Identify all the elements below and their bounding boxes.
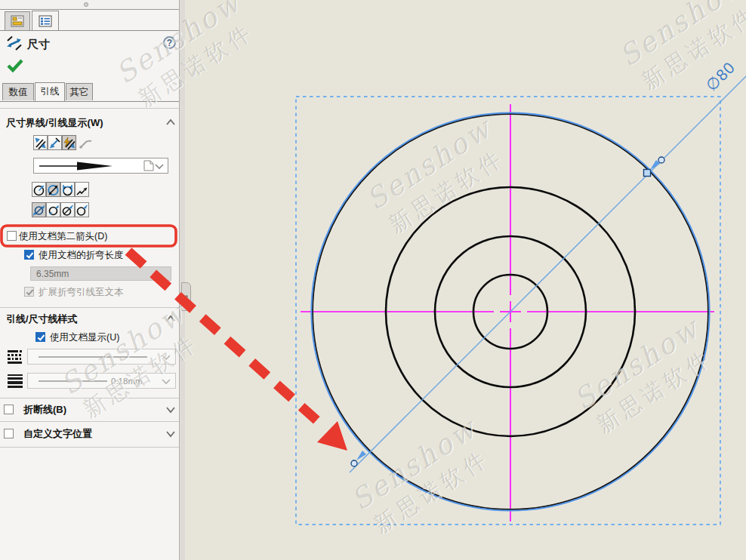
linear-diameter-icon (61, 183, 74, 196)
tab-value[interactable]: 数值 (2, 83, 34, 100)
help-icon[interactable]: ? (163, 36, 176, 49)
line-thickness-icon (7, 374, 25, 388)
line-style-preview (28, 349, 175, 364)
tab-property-manager[interactable] (5, 11, 30, 30)
ok-button[interactable] (6, 57, 26, 74)
arrow-open-icon (76, 204, 88, 217)
diameter-arrows-both-button[interactable] (32, 202, 46, 217)
section-divider (0, 398, 179, 398)
arrow-drag-handle-upper[interactable] (658, 157, 664, 163)
tab-leaders[interactable]: 引线 (35, 82, 65, 101)
diameter-icon (47, 183, 60, 196)
property-manager-panel: 尺寸 ? 数值 引线 其它 尺寸界线/引线显示(W) (0, 0, 179, 560)
panel-top-splitter[interactable] (0, 0, 179, 10)
chevron-down-icon[interactable] (165, 406, 176, 414)
arrows-both-icon (32, 204, 45, 217)
drawing-svg: ∅80 (185, 0, 746, 560)
panel-splitter[interactable] (179, 0, 185, 560)
diameter-arrow-inside-button[interactable] (46, 202, 60, 217)
witness-section-title: 尺寸界线/引线显示(W) (6, 116, 103, 130)
custom-text-position-checkbox[interactable] (4, 429, 14, 438)
bend-length-field[interactable]: 6.35mm (30, 266, 171, 281)
chevron-down-icon (162, 379, 171, 385)
witness-leader-icon (48, 137, 61, 149)
dimension-leader-line[interactable] (350, 76, 746, 472)
diameter-dimension-button[interactable] (46, 182, 60, 197)
second-arrow-label: 使用文档第二箭头(D) (19, 230, 107, 243)
use-doc-display-label: 使用文档显示(U) (50, 331, 119, 344)
use-doc-display-checkbox[interactable] (35, 332, 45, 342)
chevron-up-icon[interactable] (165, 315, 176, 322)
foreshortened-button[interactable] (75, 182, 89, 197)
page-title: 尺寸 (27, 38, 50, 52)
configurations-tab-icon (39, 15, 52, 27)
arrow-inside-icon (47, 204, 60, 217)
chevron-down-icon (155, 164, 164, 170)
arrow-style-preview (34, 158, 168, 173)
flyout-grip-dot (185, 295, 188, 298)
extend-bent-checkbox (24, 287, 34, 297)
break-line-title: 折断线(B) (23, 403, 66, 417)
radius-icon (32, 183, 45, 196)
custom-text-position-title: 自定义文字位置 (23, 427, 92, 441)
line-thickness-preview (28, 374, 175, 388)
diameter-arrow-open-button[interactable] (75, 202, 89, 217)
arrow-outside-icon (61, 204, 74, 217)
panel-title-row: 尺寸 ? (0, 35, 179, 54)
dimension-arrowhead-lower (356, 451, 366, 460)
witness-outside-icon (34, 137, 47, 149)
foreshortened-icon (76, 183, 88, 196)
bent-leader-icon (79, 137, 95, 150)
arrow-drag-handle-lower[interactable] (351, 460, 357, 466)
break-line-checkbox[interactable] (4, 405, 14, 414)
witness-outside-button[interactable] (33, 135, 48, 150)
witness-leader-button[interactable] (48, 135, 62, 150)
panel-tab-bar (0, 10, 179, 31)
diameter-arrow-outside-button[interactable] (60, 202, 75, 217)
section-divider (0, 447, 179, 448)
section-divider (0, 421, 179, 422)
witness-smart-button[interactable] (62, 135, 76, 150)
radius-dimension-button[interactable] (32, 182, 46, 197)
attach-point-handle[interactable] (644, 170, 651, 177)
leader-style-section-title: 引线/尺寸线样式 (6, 312, 78, 326)
panel-flyout-handle[interactable] (181, 282, 191, 311)
dimension-icon (5, 35, 23, 52)
arrow-style-dropdown[interactable] (33, 158, 168, 174)
line-style-icon (7, 349, 25, 364)
tab-configurations[interactable] (32, 11, 59, 30)
chevron-down-icon (162, 355, 171, 361)
bend-length-checkbox[interactable] (24, 250, 34, 260)
line-style-dropdown (27, 349, 176, 365)
line-thickness-dropdown: 0.18mm (27, 373, 176, 389)
drawing-canvas[interactable]: ∅80 (185, 0, 746, 560)
option-tab-bar: 数值 引线 其它 (0, 82, 179, 102)
line-thickness-value: 0.18mm (111, 377, 143, 386)
chevron-down-icon[interactable] (165, 430, 176, 438)
section-divider (0, 108, 179, 109)
bend-length-label: 使用文档的折弯长度 (39, 249, 124, 262)
second-arrow-checkbox[interactable] (7, 231, 17, 241)
extend-bent-label: 扩展折弯引线至文本 (39, 286, 124, 299)
ok-check-icon (6, 57, 26, 74)
witness-smart-icon (63, 137, 76, 149)
linear-diameter-button[interactable] (60, 182, 75, 197)
chevron-up-icon[interactable] (165, 118, 176, 126)
solidworks-window: ∅80 (0, 0, 746, 560)
property-manager-tab-icon (11, 15, 24, 27)
splitter-grip-dot (84, 2, 88, 7)
tab-other[interactable]: 其它 (66, 83, 93, 100)
section-divider (0, 307, 179, 308)
